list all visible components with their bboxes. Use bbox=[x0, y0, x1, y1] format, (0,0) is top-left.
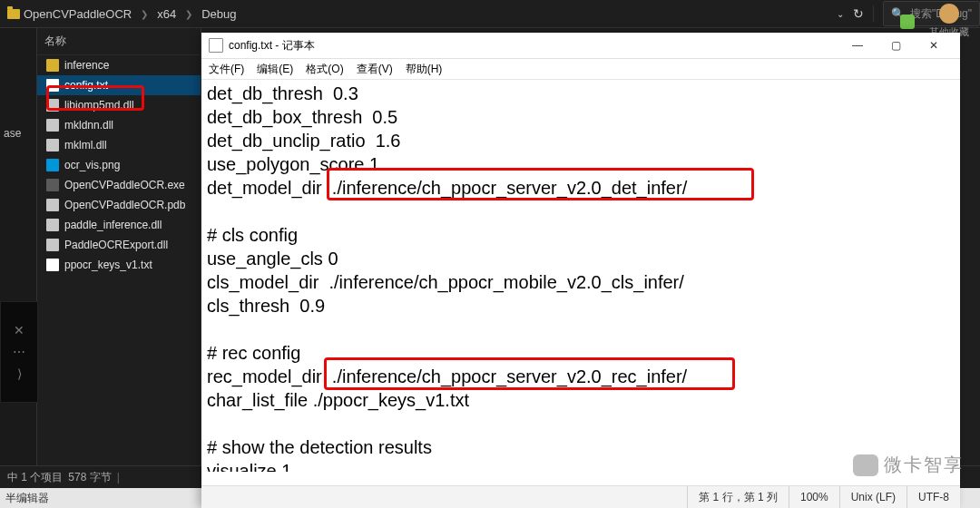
file-name: mkldnn.dll bbox=[64, 119, 113, 132]
png-icon bbox=[46, 159, 59, 171]
status-selection: 中 1 个项目 bbox=[7, 470, 63, 485]
exe-icon bbox=[46, 179, 59, 191]
file-name: paddle_inference.dll bbox=[64, 219, 162, 231]
file-name: config.txt bbox=[64, 79, 108, 92]
menu-format[interactable]: 格式(O) bbox=[306, 62, 343, 77]
file-name: ocr_vis.png bbox=[64, 159, 120, 171]
file-row[interactable]: inference bbox=[37, 55, 201, 75]
file-row[interactable]: OpenCVPaddleOCR.pdb bbox=[37, 195, 201, 215]
file-row[interactable]: libiomp5md.dll bbox=[37, 95, 201, 115]
file-row[interactable]: mklml.dll bbox=[37, 135, 201, 155]
status-zoom: 100% bbox=[789, 486, 839, 508]
breadcrumb: OpenCVPaddleOCR ❯ x64 ❯ Debug ⌄ ↻ 🔍 搜索"D… bbox=[0, 0, 980, 28]
file-name: PaddleOCRExport.dll bbox=[64, 239, 168, 251]
status-eol: Unix (LF) bbox=[839, 486, 906, 508]
file-row[interactable]: mkldnn.dll bbox=[37, 115, 201, 135]
menu-edit[interactable]: 编辑(E) bbox=[257, 62, 293, 77]
chevron-right-icon: ❯ bbox=[185, 9, 192, 19]
breadcrumb-label: OpenCVPaddleOCR bbox=[24, 7, 132, 21]
file-name: inference bbox=[64, 59, 109, 72]
window-title: config.txt - 记事本 bbox=[229, 38, 315, 54]
dll-icon bbox=[46, 139, 59, 151]
notepad-textarea[interactable]: det_db_thresh 0.3 det_db_box_thresh 0.5 … bbox=[201, 80, 960, 472]
folder-icon bbox=[46, 59, 59, 72]
dll-icon bbox=[46, 239, 59, 251]
notepad-statusbar: 第 1 行，第 1 列 100% Unix (LF) UTF-8 bbox=[201, 485, 960, 508]
close-icon[interactable]: ✕ bbox=[14, 323, 24, 337]
dll-icon bbox=[46, 199, 59, 211]
chevron-right-icon: ❯ bbox=[141, 9, 148, 19]
file-name: mklml.dll bbox=[64, 139, 107, 151]
file-row[interactable]: PaddleOCRExport.dll bbox=[37, 235, 201, 255]
notepad-icon bbox=[209, 38, 223, 53]
menu-file[interactable]: 文件(F) bbox=[209, 62, 244, 77]
evernote-icon[interactable] bbox=[900, 15, 915, 29]
file-list-panel: 名称 inferenceconfig.txtlibiomp5md.dllmkld… bbox=[37, 28, 201, 508]
watermark: 微卡智享 bbox=[853, 453, 964, 477]
breadcrumb-item[interactable]: OpenCVPaddleOCR bbox=[7, 7, 132, 21]
history-dropdown[interactable]: ⌄ bbox=[837, 9, 844, 19]
arrow-icon[interactable]: ⟩ bbox=[17, 366, 22, 381]
column-header-name[interactable]: 名称 bbox=[37, 28, 201, 55]
side-rail bbox=[0, 28, 37, 508]
file-name: OpenCVPaddleOCR.exe bbox=[64, 179, 185, 191]
handle-icon[interactable]: ⋯ bbox=[13, 345, 25, 359]
breadcrumb-item[interactable]: x64 bbox=[157, 7, 176, 21]
maximize-button[interactable]: ▢ bbox=[877, 33, 915, 58]
dll-icon bbox=[46, 219, 59, 231]
user-avatar[interactable] bbox=[939, 4, 959, 24]
file-row[interactable]: ppocr_keys_v1.txt bbox=[37, 255, 201, 275]
file-row[interactable]: config.txt bbox=[37, 75, 201, 95]
file-row[interactable]: OpenCVPaddleOCR.exe bbox=[37, 175, 201, 195]
folder-icon bbox=[7, 9, 20, 19]
menu-view[interactable]: 查看(V) bbox=[357, 62, 393, 77]
truncated-label: ase bbox=[4, 127, 21, 140]
status-caret-pos: 第 1 行，第 1 列 bbox=[687, 486, 789, 508]
dll-icon bbox=[46, 119, 59, 132]
file-row[interactable]: ocr_vis.png bbox=[37, 155, 201, 175]
status-encoding: UTF-8 bbox=[906, 486, 960, 508]
side-toolbox: ✕ ⋯ ⟩ bbox=[0, 301, 38, 403]
file-row[interactable]: paddle_inference.dll bbox=[37, 215, 201, 235]
notepad-menubar: 文件(F) 编辑(E) 格式(O) 查看(V) 帮助(H) bbox=[201, 59, 960, 80]
status-size: 578 字节 bbox=[68, 470, 111, 485]
wechat-icon bbox=[853, 454, 878, 476]
menu-help[interactable]: 帮助(H) bbox=[406, 62, 443, 77]
txt-icon bbox=[46, 259, 59, 271]
refresh-button[interactable]: ↻ bbox=[853, 6, 864, 21]
watermark-text: 微卡智享 bbox=[884, 453, 964, 477]
minimize-button[interactable]: — bbox=[838, 33, 877, 58]
file-name: ppocr_keys_v1.txt bbox=[64, 259, 152, 271]
txt-icon bbox=[46, 79, 59, 92]
dll-icon bbox=[46, 99, 59, 112]
notepad-titlebar[interactable]: config.txt - 记事本 — ▢ ✕ bbox=[201, 33, 960, 59]
file-name: OpenCVPaddleOCR.pdb bbox=[64, 199, 185, 211]
notepad-window: config.txt - 记事本 — ▢ ✕ 文件(F) 编辑(E) 格式(O)… bbox=[201, 33, 960, 508]
breadcrumb-item[interactable]: Debug bbox=[201, 7, 236, 21]
file-name: libiomp5md.dll bbox=[64, 99, 134, 112]
close-button[interactable]: ✕ bbox=[915, 33, 953, 58]
